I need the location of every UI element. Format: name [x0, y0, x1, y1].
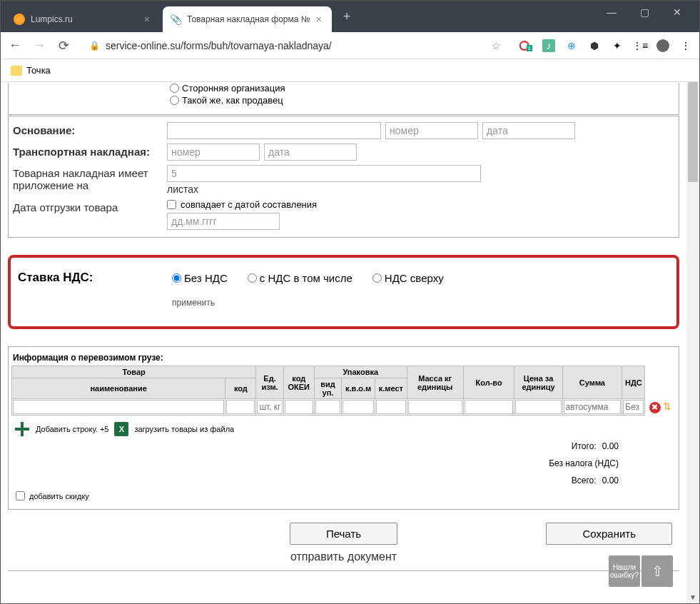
scroll-down-icon[interactable]: ▼ — [686, 590, 699, 603]
ext-globe-icon[interactable]: ⊕ — [565, 39, 578, 52]
vertical-scrollbar[interactable]: ▲ ▼ — [686, 82, 699, 603]
ext-music-icon[interactable]: ♪ — [542, 39, 555, 52]
scroll-thumb[interactable] — [688, 82, 698, 182]
discount-label: добавить скидку — [29, 492, 89, 500]
found-error-button[interactable]: Нашли ошибку? — [609, 555, 640, 587]
th-pack: Упаковка — [314, 366, 407, 378]
cell-pack1-input[interactable] — [315, 400, 340, 414]
transport-label: Транспортная накладная: — [13, 144, 163, 158]
nds-apply-link[interactable]: применить — [172, 298, 669, 308]
cell-pack2-input[interactable] — [343, 400, 374, 414]
nds-opt-top[interactable]: НДС сверху — [372, 272, 444, 284]
basis-label: Основание: — [13, 122, 163, 136]
th-qty: Кол-во — [463, 366, 514, 399]
nds-label: Ставка НДС: — [18, 271, 172, 285]
menu-icon[interactable]: ⋮ — [679, 39, 692, 52]
th-pack2: к.в.о.м — [342, 378, 375, 399]
add-row-label[interactable]: Добавить строку. +5 — [36, 425, 108, 433]
total-itogo-label: Итого: — [572, 441, 597, 451]
radio-label: Такой же, как продавец — [182, 95, 283, 106]
bookmarks-bar: Точка — [1, 59, 699, 82]
th-price: Цена за единицу — [514, 366, 562, 399]
discount-checkbox[interactable] — [16, 491, 25, 500]
ship-date-label: Дата отгрузки товара — [13, 199, 163, 213]
close-window-button[interactable]: ✕ — [661, 1, 694, 24]
reload-button[interactable]: ⟳ — [56, 39, 71, 53]
cell-pack3-input[interactable] — [376, 400, 406, 414]
tab-lumpics[interactable]: Lumpics.ru × — [6, 6, 160, 32]
total-vsego-value: 0.00 — [602, 475, 619, 485]
th-okei: код ОКЕИ — [283, 366, 314, 399]
extension-icons: 1 ♪ ⊕ ⬢ ✦ ⋮≡ ⋮ — [519, 39, 692, 52]
bookmark-star-icon[interactable]: ☆ — [492, 40, 501, 51]
swap-row-icon[interactable]: ⇅ — [663, 401, 671, 412]
totals: Итого: 0.00 Без налога (НДС) Всего: 0.00 — [11, 441, 676, 485]
save-button[interactable]: Сохранить — [546, 523, 672, 545]
basis-number-input[interactable] — [385, 122, 478, 139]
send-document-link[interactable]: отправить документ — [8, 550, 679, 563]
th-pack3: к.мест — [375, 378, 407, 399]
total-vsego-label: Всего: — [572, 475, 597, 485]
close-icon[interactable]: × — [316, 14, 322, 25]
ship-date-input[interactable] — [167, 213, 280, 230]
payer-radio-external[interactable] — [170, 84, 179, 93]
load-file-label[interactable]: загрузить товары из файла — [134, 425, 234, 433]
th-goods: Товар — [12, 366, 256, 378]
avatar-icon[interactable] — [656, 39, 669, 52]
address-bar: ← → ⟳ 🔒 service-online.su/forms/buh/tova… — [1, 32, 699, 59]
cell-name-input[interactable] — [13, 400, 224, 414]
basis-date-input[interactable] — [482, 122, 575, 139]
maximize-button[interactable]: ▢ — [628, 1, 661, 24]
cell-code-input[interactable] — [226, 400, 255, 414]
tab-form[interactable]: 📎 Товарная накладная форма № × — [163, 6, 332, 32]
back-button[interactable]: ← — [8, 39, 22, 53]
th-name: наименование — [12, 378, 225, 399]
help-box: Нашли ошибку? ⇧ — [609, 555, 673, 587]
minimize-button[interactable]: — — [595, 1, 628, 24]
th-mass: Масса кг единицы — [407, 366, 463, 399]
scroll-top-button[interactable]: ⇧ — [641, 555, 673, 587]
folder-icon — [11, 66, 22, 76]
total-notax-label: Без налога (НДС) — [549, 458, 619, 468]
cell-ed-input[interactable] — [257, 400, 282, 414]
total-itogo-value: 0.00 — [602, 441, 619, 451]
nds-radio-none[interactable] — [172, 273, 181, 283]
cell-price-input[interactable] — [515, 400, 561, 414]
excel-icon[interactable]: X — [114, 422, 128, 436]
basis-input[interactable] — [167, 122, 381, 139]
th-nds: НДС — [622, 366, 645, 399]
url-field[interactable]: 🔒 service-online.su/forms/buh/tovarnaya-… — [81, 40, 509, 51]
lock-icon: 🔒 — [89, 41, 100, 51]
tab-title: Lumpics.ru — [31, 14, 73, 24]
print-button[interactable]: Печать — [290, 523, 397, 545]
cell-okei-input[interactable] — [285, 400, 313, 414]
ext-opera-icon[interactable]: 1 — [519, 39, 532, 52]
cargo-title: Информация о перевозимом грузе: — [11, 350, 676, 366]
same-date-checkbox[interactable] — [167, 200, 176, 209]
extensions-icon[interactable]: ✦ — [611, 39, 624, 52]
transport-date-input[interactable] — [264, 144, 357, 161]
table-row: ✖ ⇅ — [12, 399, 676, 416]
nds-radio-top[interactable] — [372, 273, 382, 283]
cargo-block: Информация о перевозимом грузе: Товар Ед… — [8, 346, 679, 510]
ext-list-icon[interactable]: ⋮≡ — [634, 39, 646, 52]
cell-sum-input[interactable] — [564, 400, 622, 414]
payer-radio-same[interactable] — [170, 96, 179, 105]
nds-opt-none[interactable]: Без НДС — [172, 272, 228, 284]
transport-number-input[interactable] — [167, 144, 260, 161]
close-icon[interactable]: × — [144, 14, 150, 25]
nds-opt-included[interactable]: с НДС в том числе — [248, 272, 352, 284]
ext-box-icon[interactable]: ⬢ — [588, 39, 601, 52]
attachment-input[interactable] — [167, 165, 481, 182]
bookmark-tochka[interactable]: Точка — [26, 65, 51, 76]
nds-radio-included[interactable] — [248, 273, 257, 283]
cell-mass-input[interactable] — [408, 400, 462, 414]
cell-nds-input[interactable] — [623, 400, 644, 414]
th-code: код — [225, 378, 256, 399]
add-row-icon[interactable] — [14, 421, 30, 437]
cell-qty-input[interactable] — [465, 400, 514, 414]
new-tab-button[interactable]: + — [335, 6, 360, 27]
favicon-lumpics — [14, 14, 25, 25]
delete-row-icon[interactable]: ✖ — [649, 402, 661, 413]
forward-button[interactable]: → — [32, 39, 46, 53]
